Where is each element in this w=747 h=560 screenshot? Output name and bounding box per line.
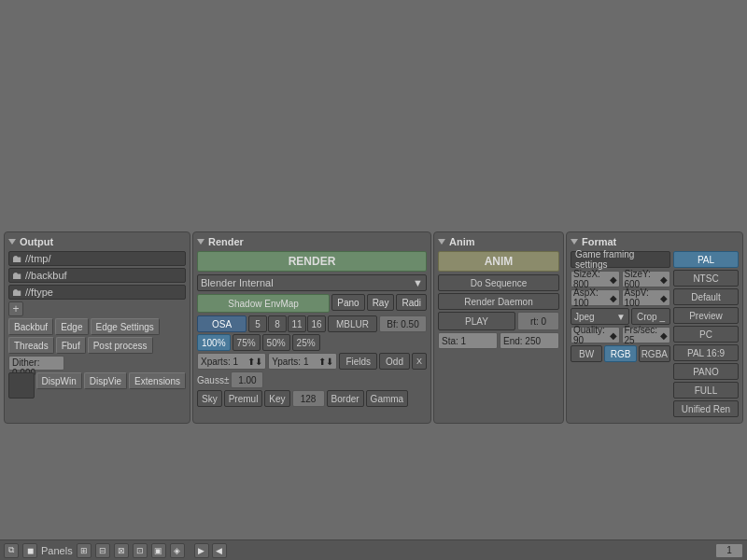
bf-field[interactable]: Bf: 0.50: [379, 315, 427, 332]
frs-field[interactable]: Frs/sec: 25 ◆: [622, 327, 671, 343]
threads-button[interactable]: Threads: [8, 337, 54, 354]
aspx-arrows: ◆: [610, 293, 617, 303]
dispwin-button[interactable]: DispWin: [36, 372, 82, 389]
dispvie-button[interactable]: DispVie: [84, 372, 127, 389]
output-header: Output: [8, 236, 186, 247]
aspy-field[interactable]: AspV: 100 ◆: [622, 289, 671, 306]
render-daemon-button[interactable]: Render Daemon: [438, 293, 559, 310]
icon-4[interactable]: ⊡: [133, 543, 148, 558]
osa-16[interactable]: 16: [307, 315, 326, 332]
crop-button[interactable]: Crop _: [631, 308, 670, 325]
anim-button[interactable]: ANIM: [438, 251, 559, 272]
dither-field[interactable]: Dither: 0.000: [8, 356, 64, 371]
format-panel: Format Game framing settings SizeX: 800 …: [566, 231, 743, 424]
render-triangle: [197, 239, 204, 245]
extensions-button[interactable]: Extensions: [129, 372, 186, 389]
sizex-label: SizeX: 800: [573, 269, 610, 289]
odd-button[interactable]: Odd: [379, 353, 410, 370]
post-process-button[interactable]: Post process: [88, 337, 153, 354]
pct-25-button[interactable]: 25%: [292, 334, 320, 351]
anim-icons: ▶ ◀: [194, 543, 227, 558]
yparts-stepper[interactable]: Yparts: 1 ⬆⬇: [268, 353, 337, 370]
icon-3[interactable]: ⊠: [114, 543, 129, 558]
pano-button[interactable]: Pano: [331, 294, 364, 311]
render-button[interactable]: RENDER: [197, 251, 427, 272]
jpeg-crop-row: Jpeg ▼ Crop _: [571, 308, 670, 325]
fields-button[interactable]: Fields: [339, 353, 377, 370]
pal-button[interactable]: PAL: [673, 251, 739, 268]
radi-button[interactable]: Radi: [396, 294, 427, 311]
play-button[interactable]: PLAY: [438, 312, 515, 330]
end-stepper[interactable]: End: 250: [500, 332, 559, 349]
shadow-envmap-button[interactable]: Shadow EnvMap: [197, 294, 330, 313]
default-button[interactable]: Default: [673, 288, 739, 305]
do-sequence-button[interactable]: Do Sequence: [438, 274, 559, 291]
bw-button[interactable]: BW: [571, 345, 602, 362]
osa-11[interactable]: 11: [288, 315, 306, 332]
gamma-button[interactable]: Gamma: [366, 390, 409, 407]
pano-format-button[interactable]: PANO: [673, 363, 739, 380]
percent-row: 100% 75% 50% 25%: [197, 334, 427, 351]
jpeg-label: Jpeg: [574, 312, 595, 322]
full-button[interactable]: FULL: [673, 382, 739, 399]
preview-button[interactable]: Preview: [673, 307, 739, 324]
fbuf-button[interactable]: Fbuf: [56, 337, 86, 354]
blender-icon[interactable]: ⧉: [4, 543, 19, 558]
pc-button[interactable]: PC: [673, 326, 739, 343]
osa-8[interactable]: 8: [268, 315, 287, 332]
icon-5[interactable]: ▣: [151, 543, 166, 558]
play-icon[interactable]: ▶: [194, 543, 209, 558]
path-row-tmp[interactable]: 🖿 //tmp/: [8, 251, 186, 266]
x-button[interactable]: X: [412, 353, 427, 370]
engine-dropdown-label: Blender Internal: [201, 277, 274, 288]
rt-field[interactable]: rt: 0: [517, 312, 559, 330]
pct-75-button[interactable]: 75%: [233, 334, 261, 351]
ray-button[interactable]: Ray: [367, 294, 395, 311]
icon-1[interactable]: ⊞: [77, 543, 92, 558]
xparts-stepper[interactable]: Xparts: 1 ⬆⬇: [197, 353, 266, 370]
scene-icon[interactable]: ◼: [22, 543, 37, 558]
quality-frs-row: Quality: 90 ◆ Frs/sec: 25 ◆: [571, 327, 670, 343]
edge-button[interactable]: Edge: [55, 318, 88, 335]
path-row-backbuf[interactable]: 🖿 //backbuf: [8, 268, 186, 283]
rgb-button[interactable]: RGB: [604, 345, 636, 362]
engine-dropdown[interactable]: Blender Internal ▼: [197, 274, 427, 291]
prev-icon[interactable]: ◀: [212, 543, 227, 558]
quality-field[interactable]: Quality: 90 ◆: [571, 327, 620, 343]
path-row-ftype[interactable]: 🖿 //ftype: [8, 285, 186, 300]
anim-title: Anim: [449, 236, 475, 247]
gauss-label: Gauss±: [197, 375, 229, 385]
ntsc-button[interactable]: NTSC: [673, 270, 739, 287]
key-button[interactable]: Key: [264, 390, 289, 407]
num-128-field[interactable]: 128: [292, 390, 325, 407]
add-path-button[interactable]: +: [8, 301, 23, 316]
sky-premul-row: Sky Premul Key 128 Border Gamma: [197, 390, 427, 407]
aspx-aspy-row: AspX: 100 ◆ AspV: 100 ◆: [571, 289, 670, 306]
aspx-field[interactable]: AspX: 100 ◆: [571, 289, 620, 306]
unified-ren-button[interactable]: Unified Ren: [673, 400, 739, 417]
aspx-label: AspX: 100: [573, 287, 610, 308]
game-framing-row[interactable]: Game framing settings: [571, 251, 670, 268]
rgba-button[interactable]: RGBA: [639, 345, 670, 362]
edge-settings-button[interactable]: Edge Settings: [91, 318, 160, 335]
osa-5[interactable]: 5: [248, 315, 267, 332]
sizex-field[interactable]: SizeX: 800 ◆: [571, 271, 620, 287]
pct-100-button[interactable]: 100%: [197, 334, 231, 351]
yparts-arrows: ⬆⬇: [318, 357, 333, 367]
mblur-label: MBLUR: [328, 315, 377, 332]
jpeg-dropdown[interactable]: Jpeg ▼: [571, 308, 629, 325]
icon-6[interactable]: ◈: [170, 543, 185, 558]
yparts-label: Yparts: 1: [272, 357, 308, 367]
format-inner: Game framing settings SizeX: 800 ◆ SizeY…: [571, 251, 739, 419]
pct-50-button[interactable]: 50%: [262, 334, 290, 351]
sky-button[interactable]: Sky: [197, 390, 222, 407]
premul-button[interactable]: Premul: [224, 390, 263, 407]
sta-stepper[interactable]: Sta: 1: [438, 332, 498, 349]
border-button[interactable]: Border: [327, 390, 364, 407]
sizey-field[interactable]: SizeY: 600 ◆: [622, 271, 671, 287]
pal169-button[interactable]: PAL 16:9: [673, 344, 739, 361]
backbuf-button[interactable]: Backbuf: [8, 318, 53, 335]
frame-field[interactable]: 1: [715, 543, 743, 558]
gauss-field[interactable]: 1.00: [231, 371, 263, 388]
icon-2[interactable]: ⊟: [95, 543, 110, 558]
